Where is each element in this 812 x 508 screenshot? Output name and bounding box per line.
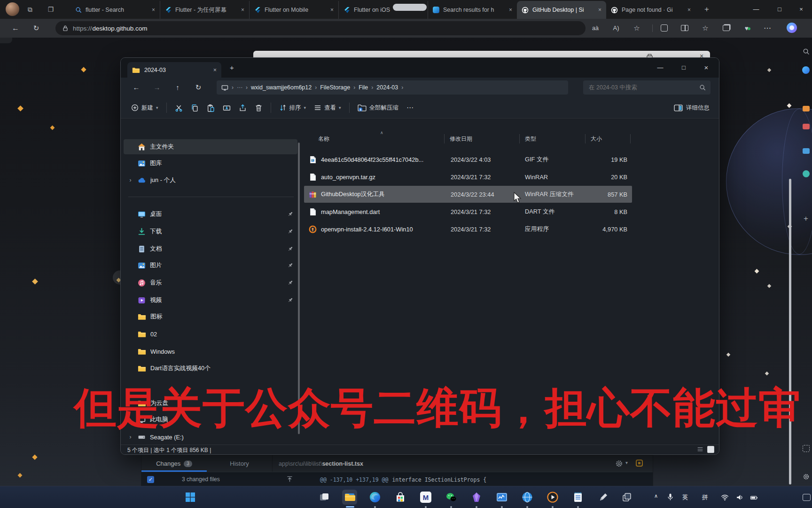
sidebar-settings-icon[interactable]: [800, 470, 812, 483]
sidebar-item-pictures[interactable]: 图片: [124, 258, 297, 273]
tab-close-icon[interactable]: ×: [509, 7, 512, 13]
explorer-search-box[interactable]: [583, 80, 710, 95]
globe-app-taskbar-icon[interactable]: [520, 490, 535, 505]
refresh-icon[interactable]: ↻: [29, 23, 43, 34]
task-view-button[interactable]: [317, 490, 332, 505]
sidebar-search-icon[interactable]: [800, 45, 812, 57]
sidebar-item-windows[interactable]: Windows: [124, 344, 297, 359]
column-header-type[interactable]: 类型: [525, 135, 536, 143]
sidebar-add-icon[interactable]: +: [800, 213, 812, 225]
split-screen-icon[interactable]: [678, 23, 692, 34]
new-button[interactable]: 新建 ▾: [131, 104, 158, 112]
refresh-icon[interactable]: ↻: [191, 81, 205, 94]
marktext-taskbar-icon[interactable]: M: [418, 490, 433, 505]
explorer-titlebar[interactable]: 2024-03 × + — □ ×: [121, 58, 719, 78]
rename-icon[interactable]: [223, 104, 231, 112]
browser-tab-flutter-screens[interactable]: Flutter - 为任何屏幕 ×: [160, 1, 249, 19]
tab-changes[interactable]: Changes 3: [141, 455, 207, 472]
favorite-star-icon[interactable]: ☆: [630, 23, 644, 34]
browser-close-button[interactable]: ×: [790, 0, 812, 19]
monitor-app-taskbar-icon[interactable]: [494, 490, 509, 505]
tab-close-icon[interactable]: ×: [213, 67, 217, 73]
store-taskbar-icon[interactable]: [393, 490, 408, 505]
column-divider[interactable]: [585, 134, 586, 143]
sidebar-item-downloads[interactable]: 下载: [124, 224, 297, 239]
list-view-icon[interactable]: [697, 446, 703, 452]
new-tab-button[interactable]: +: [701, 4, 712, 15]
vertical-tabs-icon[interactable]: ❐: [45, 4, 56, 15]
notification-center-icon[interactable]: [803, 494, 811, 501]
sidebar-item-dart-videos[interactable]: Dart语言实战视频40个: [124, 361, 297, 376]
breadcrumb-item[interactable]: 2024-03: [376, 84, 398, 91]
sidebar-item-seagate[interactable]: ›Seagate (E:): [124, 429, 297, 444]
language-indicator[interactable]: 英: [682, 493, 688, 501]
explorer-new-tab-button[interactable]: +: [230, 64, 234, 71]
extract-all-button[interactable]: 全部解压缩: [358, 104, 399, 112]
sidebar-item-documents[interactable]: 文档: [124, 241, 297, 256]
sort-button[interactable]: 排序 ▾: [279, 104, 306, 112]
delete-icon[interactable]: [255, 104, 263, 112]
column-header-size[interactable]: 大小: [591, 135, 602, 143]
more-icon[interactable]: ⋯: [406, 103, 414, 112]
file-row[interactable]: mapManagement.dart 2024/3/21 7:32 DART 文…: [304, 203, 632, 220]
view-button[interactable]: 查看 ▾: [314, 104, 341, 112]
up-icon[interactable]: ↑: [171, 81, 185, 94]
ime-indicator[interactable]: 拼: [702, 493, 708, 501]
explorer-tab[interactable]: 2024-03 ×: [127, 62, 221, 78]
address-bar[interactable]: https://desktop.github.com: [55, 21, 586, 35]
sidebar-item-onedrive[interactable]: ›jun - 个人: [124, 173, 297, 188]
column-header-date[interactable]: 修改日期: [450, 135, 472, 143]
file-status-icon[interactable]: [636, 460, 643, 467]
explorer-maximize-button[interactable]: □: [673, 58, 695, 78]
browser-tab-github-desktop[interactable]: GitHub Desktop | Si ×: [517, 1, 606, 19]
wifi-icon[interactable]: [721, 493, 729, 501]
file-row[interactable]: auto_openvpn.tar.gz 2024/3/21 7:32 WinRA…: [304, 168, 632, 185]
breadcrumb[interactable]: › ⋯ › wxid_swamjje6om6p12 › FileStorage …: [217, 80, 568, 95]
settings-more-icon[interactable]: ⋯: [760, 23, 774, 34]
upload-icon[interactable]: [286, 476, 293, 483]
copy-icon[interactable]: [191, 104, 199, 112]
tab-close-icon[interactable]: ×: [152, 7, 155, 13]
sidebar-item-music[interactable]: 音乐: [124, 275, 297, 290]
tab-actions-icon[interactable]: ⧉: [24, 4, 36, 15]
breadcrumb-overflow-icon[interactable]: ⋯: [237, 84, 242, 91]
browser-minimize-button[interactable]: —: [745, 0, 767, 19]
browser-essentials-icon[interactable]: ♥: [740, 23, 754, 34]
layers-app-taskbar-icon[interactable]: [619, 490, 634, 505]
chevron-icon[interactable]: ›: [127, 177, 133, 183]
tab-close-icon[interactable]: ×: [687, 7, 691, 13]
search-input[interactable]: [588, 84, 699, 91]
sidebar-chat-icon[interactable]: [800, 167, 812, 180]
browser-maximize-button[interactable]: □: [769, 0, 790, 19]
sidebar-item-desktop[interactable]: 桌面: [124, 206, 297, 222]
cut-icon[interactable]: [175, 104, 183, 112]
breadcrumb-item[interactable]: File: [359, 84, 368, 91]
crystal-app-taskbar-icon[interactable]: [469, 490, 484, 505]
details-pane-button[interactable]: 详细信息: [674, 97, 710, 119]
tab-history[interactable]: History: [207, 455, 272, 472]
sidebar-item-videos[interactable]: 视频: [124, 293, 297, 308]
file-row[interactable]: 4eea61c50d48064f23c55ff41c7042b... 2024/…: [304, 151, 632, 168]
start-button[interactable]: [183, 490, 198, 505]
sidebar-item-home[interactable]: 主文件夹: [124, 139, 297, 154]
column-divider[interactable]: [630, 134, 631, 143]
back-icon[interactable]: ←: [129, 81, 143, 94]
tab-close-icon[interactable]: ×: [241, 7, 244, 13]
copilot-icon[interactable]: [786, 22, 798, 34]
notes-app-taskbar-icon[interactable]: [570, 490, 586, 505]
hidden-icons-chevron[interactable]: ∧: [654, 493, 658, 499]
sidebar-screenshot-icon[interactable]: [800, 442, 812, 454]
explorer-minimize-button[interactable]: —: [649, 58, 671, 78]
pen-app-taskbar-icon[interactable]: [596, 490, 611, 505]
select-all-checkbox[interactable]: ✓: [147, 476, 154, 483]
sidebar-item-icons-folder[interactable]: 图标: [124, 309, 297, 324]
battery-icon[interactable]: [750, 494, 758, 501]
sidebar-item-gallery[interactable]: 图库: [124, 156, 297, 171]
translate-icon[interactable]: aà: [588, 23, 602, 34]
collections-icon[interactable]: [719, 23, 733, 34]
share-icon[interactable]: [239, 104, 247, 112]
browser-tab-flutter-mobile[interactable]: Flutter on Mobile ×: [249, 1, 338, 19]
potplayer-taskbar-icon[interactable]: [545, 490, 560, 505]
gear-dropdown-icon[interactable]: ▾: [625, 460, 628, 465]
tab-close-icon[interactable]: ×: [598, 7, 601, 13]
